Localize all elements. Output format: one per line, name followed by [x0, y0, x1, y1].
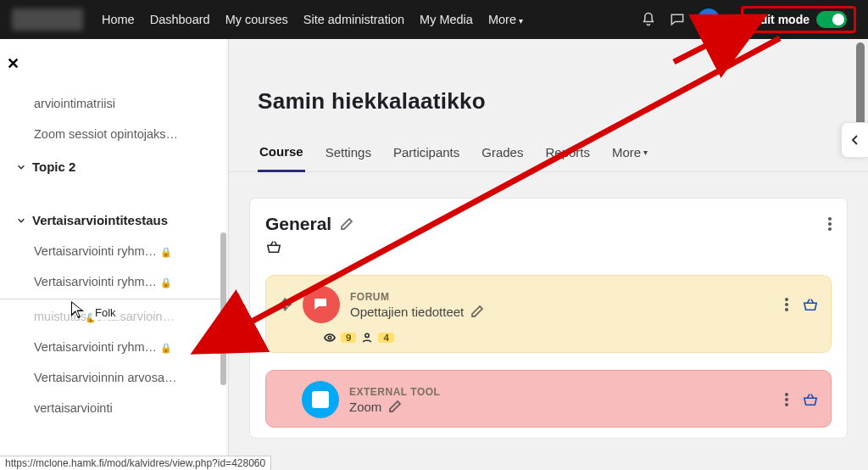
tab-more-label: More [612, 145, 641, 159]
user-menu[interactable]: i ▾ [698, 8, 729, 31]
views-badge: 9 [341, 333, 356, 343]
activity-zoom: EXTERNAL TOOL Zoom [265, 370, 832, 428]
section-title: General [265, 214, 353, 234]
section-label: Vertaisarviointitestaus [32, 213, 168, 227]
sidebar-item[interactable]: vertaisarviointi [17, 393, 216, 423]
sidebar-item-label: Vertaisarviointi ryhm… [34, 275, 157, 288]
drag-handle-icon[interactable]: ✥ [278, 294, 292, 315]
activity-actions-menu[interactable] [785, 298, 788, 311]
basket-icon[interactable] [802, 297, 819, 312]
divider [0, 299, 228, 299]
edit-mode-highlight: Edit mode [741, 6, 856, 33]
course-index-drawer: ✕ arviointimatriisi Zoom sessiot opintoj… [0, 39, 229, 470]
activity-actions-menu[interactable] [785, 393, 788, 406]
nav-my-courses[interactable]: My courses [225, 13, 288, 26]
chevron-left-icon [850, 134, 860, 146]
drawer-scrollbar[interactable] [220, 232, 226, 385]
close-icon[interactable]: ✕ [7, 54, 19, 73]
lock-icon: 🔒 [160, 343, 172, 353]
activity-stats: 9 4 [324, 332, 819, 344]
chevron-down-icon: ▾ [519, 16, 523, 25]
sidebar-item[interactable]: arviointimatriisi [17, 88, 216, 119]
section-actions-menu[interactable] [828, 217, 832, 231]
chevron-down-icon: ▾ [643, 148, 648, 157]
tab-grades[interactable]: Grades [480, 133, 525, 172]
basket-icon[interactable] [265, 239, 832, 258]
activity-title[interactable]: Opettajien tiedotteet [350, 305, 464, 319]
chat-icon[interactable] [669, 11, 686, 28]
tab-settings[interactable]: Settings [324, 133, 373, 172]
activity-type-label: EXTERNAL TOOL [349, 386, 440, 398]
section-general: General ✥ FORUM Opettajien tiedotteet [249, 198, 848, 439]
sidebar-item-label: Vertaisarviointi ryhm… [34, 340, 157, 354]
site-logo[interactable] [12, 8, 83, 31]
bell-icon[interactable] [640, 11, 657, 28]
sidebar-item[interactable]: muistutus vertaisarvioin… 🔒 Folk [17, 301, 216, 332]
sidebar-item[interactable]: Vertaisarvioinnin arvosa… [17, 362, 216, 393]
activity-forum: ✥ FORUM Opettajien tiedotteet [265, 275, 832, 353]
edit-mode-toggle[interactable] [816, 11, 847, 28]
nav-my-media[interactable]: My Media [420, 13, 473, 26]
edit-mode-label: Edit mode [752, 13, 810, 26]
sidebar-section-vert[interactable]: Vertaisarviointitestaus [17, 203, 216, 236]
nav-right: i ▾ Edit mode [640, 6, 856, 33]
basket-icon[interactable] [802, 392, 819, 407]
nav-home[interactable]: Home [102, 13, 135, 26]
sidebar-item[interactable]: Zoom sessiot opintojaks… [17, 119, 216, 149]
info-icon: i [698, 8, 720, 31]
main-region: Samin hiekkalaatikko Course Settings Par… [229, 39, 868, 470]
eye-icon [324, 332, 336, 344]
nav-more[interactable]: More▾ [488, 13, 523, 26]
chevron-down-icon: ▾ [725, 15, 729, 25]
nav-dashboard[interactable]: Dashboard [150, 13, 210, 26]
activity-title[interactable]: Zoom [349, 400, 381, 414]
top-navbar: Home Dashboard My courses Site administr… [0, 0, 868, 39]
chevron-down-icon [17, 163, 25, 171]
pencil-icon[interactable] [388, 400, 402, 413]
lock-icon: 🔒 [160, 277, 172, 288]
sidebar-item-label: Vertaisarviointi ryhm… [34, 244, 157, 258]
person-icon [361, 332, 373, 344]
svg-point-1 [365, 333, 369, 337]
nav-more-label: More [488, 13, 516, 26]
tab-reports[interactable]: Reports [543, 133, 592, 172]
tab-more[interactable]: More ▾ [610, 133, 649, 172]
sidebar-section-topic2[interactable]: Topic 2 [17, 149, 216, 182]
tooltip: Folk [92, 305, 120, 320]
sidebar-item[interactable]: Vertaisarviointi ryhm…🔒 [17, 332, 216, 362]
pencil-icon[interactable] [340, 217, 353, 231]
svg-point-0 [328, 336, 331, 339]
tab-course[interactable]: Course [258, 133, 305, 172]
pencil-icon[interactable] [470, 305, 484, 318]
course-tabs: Course Settings Participants Grades Repo… [229, 133, 868, 172]
section-title-text: General [265, 214, 331, 234]
sidebar-item[interactable]: Vertaisarviointi ryhm…🔒 [17, 266, 216, 297]
sidebar-item[interactable]: Vertaisarviointi ryhm…🔒 [17, 236, 216, 266]
status-bar-url: https://mclone.hamk.fi/mod/kalvidres/vie… [0, 456, 271, 470]
activity-type-label: FORUM [350, 291, 484, 303]
lock-icon: 🔒 [160, 247, 172, 257]
primary-nav: Home Dashboard My courses Site administr… [102, 13, 523, 26]
tab-participants[interactable]: Participants [392, 133, 461, 172]
block-drawer-toggle[interactable] [841, 122, 868, 158]
people-badge: 4 [378, 333, 393, 343]
section-label: Topic 2 [32, 159, 75, 174]
external-tool-icon [302, 381, 339, 418]
page-title: Samin hiekkalaatikko [229, 39, 868, 133]
forum-icon [303, 286, 340, 323]
chevron-down-icon [17, 216, 25, 225]
nav-site-admin[interactable]: Site administration [303, 13, 404, 26]
